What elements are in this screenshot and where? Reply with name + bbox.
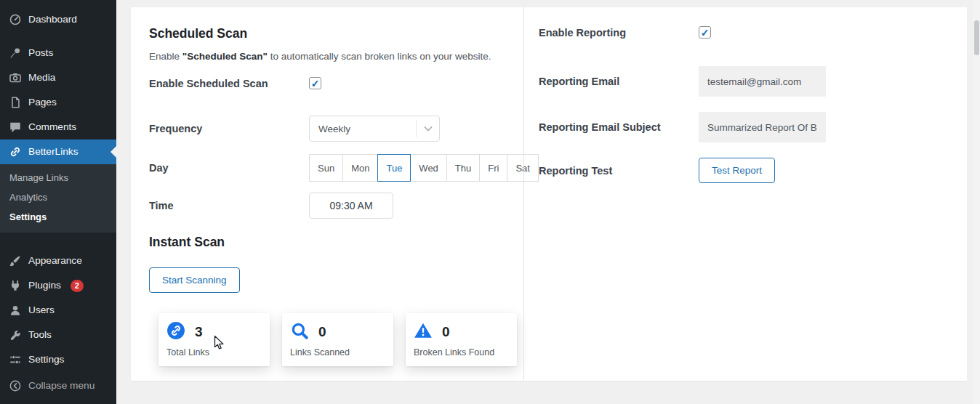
day-button-tue[interactable]: Tue	[377, 154, 411, 182]
frequency-select[interactable]: Weekly	[309, 116, 440, 142]
submenu-item-analytics[interactable]: Analytics	[0, 187, 116, 207]
sidebar-item-label: Dashboard	[28, 13, 77, 26]
links-scanned-label: Links Scanned	[290, 347, 385, 357]
time-label: Time	[149, 200, 309, 211]
broken-links-card: 0 Broken Links Found	[406, 313, 517, 366]
submenu-item-manage-links[interactable]: Manage Links	[0, 168, 116, 187]
total-links-card: 3 Total Links	[158, 313, 270, 366]
reporting-email-subject-row: Reporting Email Subject	[539, 112, 967, 142]
test-report-button[interactable]: Test Report	[699, 158, 775, 183]
enable-reporting-checkbox[interactable]	[699, 26, 711, 39]
frequency-selected-value: Weekly	[310, 124, 350, 134]
scrollbar-thumb[interactable]	[974, 20, 979, 55]
wordpress-admin: Dashboard Posts Media Pages Comments Bet…	[0, 0, 980, 404]
settings-card: Scheduled Scan Enable "Scheduled Scan" t…	[131, 7, 967, 381]
reporting-email-subject-input[interactable]	[699, 112, 826, 142]
sidebar-item-comments[interactable]: Comments	[0, 115, 116, 140]
sidebar-item-users[interactable]: Users	[0, 298, 116, 323]
plug-icon	[9, 279, 22, 292]
reporting-email-subject-label: Reporting Email Subject	[539, 121, 699, 133]
collapse-arrow-icon	[9, 379, 22, 392]
enable-scheduled-scan-label: Enable Scheduled Scan	[149, 78, 309, 89]
menu-separator	[0, 233, 116, 249]
scheduled-scan-section: Scheduled Scan Enable "Scheduled Scan" t…	[131, 7, 523, 381]
enable-reporting-row: Enable Reporting	[539, 26, 967, 39]
sidebar-item-label: Tools	[28, 328, 52, 342]
enable-scheduled-scan-row: Enable Scheduled Scan	[149, 77, 523, 89]
sidebar-item-media[interactable]: Media	[0, 65, 116, 90]
reporting-test-row: Reporting Test Test Report	[539, 158, 967, 183]
broken-links-label: Broken Links Found	[414, 347, 508, 357]
day-label: Day	[149, 162, 309, 174]
day-button-fri[interactable]: Fri	[479, 154, 507, 182]
sidebar-item-dashboard[interactable]: Dashboard	[0, 7, 116, 32]
reporting-section: Enable Reporting Reporting Email Reporti…	[524, 7, 967, 381]
sidebar-item-collapse-menu[interactable]: Collapse menu	[0, 373, 116, 398]
day-button-wed[interactable]: Wed	[410, 154, 447, 182]
link-icon	[9, 145, 22, 158]
sidebar-item-label: Posts	[28, 47, 53, 60]
frequency-row: Frequency Weekly	[149, 116, 523, 142]
search-icon	[290, 321, 309, 343]
instant-scan-title: Instant Scan	[149, 235, 523, 250]
scheduled-scan-description: Enable "Scheduled Scan" to automatically…	[149, 51, 523, 62]
dashboard-icon	[9, 13, 22, 26]
sidebar-item-tools[interactable]: Tools	[0, 323, 116, 347]
pushpin-icon	[9, 47, 22, 60]
sidebar-item-label: Pages	[28, 96, 57, 109]
sidebar-item-label: Settings	[28, 353, 64, 366]
scan-stats: 3 Total Links 0 Links Scanned	[158, 313, 523, 366]
sidebar-item-betterlinks[interactable]: BetterLinks	[0, 140, 116, 164]
chevron-down-icon	[416, 120, 439, 137]
time-input[interactable]	[309, 193, 393, 219]
frequency-label: Frequency	[149, 123, 309, 134]
admin-sidebar: Dashboard Posts Media Pages Comments Bet…	[0, 0, 116, 404]
total-links-label: Total Links	[166, 347, 261, 357]
day-picker: Sun Mon Tue Wed Thu Fri Sat	[309, 154, 539, 182]
day-row: Day Sun Mon Tue Wed Thu Fri Sat	[149, 154, 523, 182]
time-row: Time	[149, 193, 523, 219]
links-scanned-card: 0 Links Scanned	[282, 313, 393, 366]
reporting-test-label: Reporting Test	[539, 165, 699, 177]
sidebar-item-label: Comments	[28, 121, 76, 134]
settings-page: Scheduled Scan Enable "Scheduled Scan" t…	[116, 0, 980, 404]
sidebar-item-settings[interactable]: Settings	[0, 347, 116, 372]
reporting-email-row: Reporting Email	[539, 66, 967, 97]
enable-scheduled-scan-checkbox[interactable]	[309, 77, 321, 89]
sidebar-item-label: Appearance	[28, 254, 82, 267]
day-button-mon[interactable]: Mon	[342, 154, 378, 182]
scheduled-scan-title: Scheduled Scan	[149, 26, 523, 41]
day-button-thu[interactable]: Thu	[446, 154, 480, 182]
start-scanning-button[interactable]: Start Scanning	[149, 267, 240, 293]
wrench-icon	[9, 328, 22, 342]
sidebar-item-pages[interactable]: Pages	[0, 90, 116, 115]
reporting-email-label: Reporting Email	[539, 76, 699, 87]
sidebar-item-label: Collapse menu	[28, 379, 95, 392]
user-icon	[9, 304, 22, 317]
sidebar-item-appearance[interactable]: Appearance	[0, 249, 116, 273]
reporting-email-input[interactable]	[699, 66, 826, 97]
sidebar-item-posts[interactable]: Posts	[0, 41, 116, 65]
plugins-update-badge: 2	[71, 280, 84, 292]
warning-icon	[414, 321, 433, 343]
submenu-item-settings[interactable]: Settings	[0, 207, 116, 227]
brush-icon	[9, 254, 22, 267]
enable-reporting-label: Enable Reporting	[539, 27, 699, 39]
sidebar-item-label: Plugins	[28, 279, 61, 292]
sidebar-item-label: Users	[28, 304, 55, 317]
page-scrollbar[interactable]	[973, 0, 980, 404]
sidebar-item-label: BetterLinks	[28, 145, 78, 158]
day-button-sun[interactable]: Sun	[309, 154, 343, 182]
sliders-icon	[9, 353, 22, 366]
speech-bubble-icon	[9, 121, 22, 134]
sidebar-item-plugins[interactable]: Plugins 2	[0, 273, 116, 298]
links-scanned-value: 0	[318, 324, 326, 340]
sidebar-item-label: Media	[28, 71, 55, 84]
betterlinks-submenu: Manage Links Analytics Settings	[0, 164, 116, 233]
link-icon	[166, 321, 185, 343]
total-links-value: 3	[195, 324, 203, 340]
document-icon	[9, 96, 22, 109]
camera-icon	[9, 71, 22, 84]
broken-links-value: 0	[442, 324, 450, 340]
